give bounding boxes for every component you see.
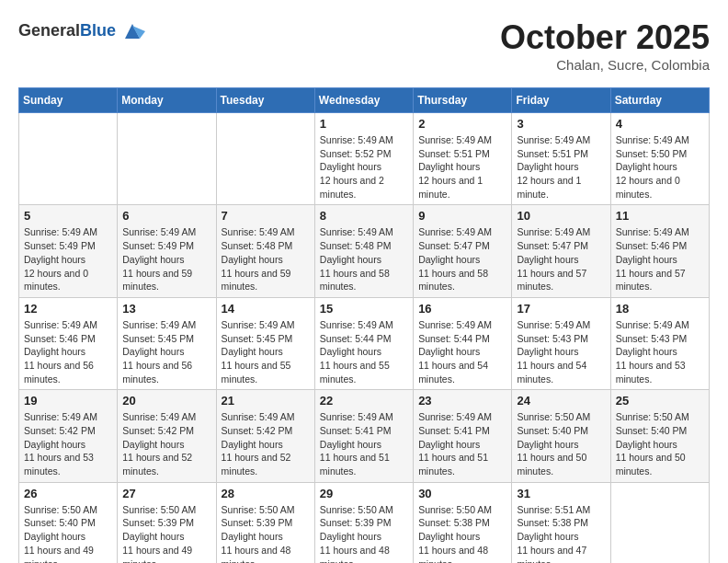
daylight-label: Daylight hours [320,254,381,265]
day-detail: Sunrise: 5:49 AMSunset: 5:46 PMDaylight … [24,318,112,385]
day-detail: Sunrise: 5:50 AMSunset: 5:38 PMDaylight … [418,503,506,563]
day-number: 19 [24,394,112,408]
calendar-cell: 21Sunrise: 5:49 AMSunset: 5:42 PMDayligh… [216,390,314,482]
daylight-label: Daylight hours [320,439,381,450]
daylight-label: Daylight hours [24,346,85,357]
day-number: 2 [418,117,506,131]
calendar-cell: 15Sunrise: 5:49 AMSunset: 5:44 PMDayligh… [314,297,413,389]
day-detail: Sunrise: 5:49 AMSunset: 5:42 PMDaylight … [222,410,310,477]
calendar-cell: 6Sunrise: 5:49 AMSunset: 5:49 PMDaylight… [118,205,216,297]
daylight-label: Daylight hours [517,161,578,172]
daylight-label: Daylight hours [122,346,184,357]
day-detail: Sunrise: 5:49 AMSunset: 5:49 PMDaylight … [24,225,112,293]
day-number: 14 [222,302,310,316]
daylight-label: Daylight hours [418,346,480,357]
logo-general: General [18,21,80,40]
column-header-monday: Monday [118,88,216,113]
daylight-label: Daylight hours [122,531,184,542]
day-detail: Sunrise: 5:49 AMSunset: 5:48 PMDaylight … [222,225,310,293]
day-number: 29 [320,487,408,500]
day-number: 13 [122,302,210,316]
daylight-label: Daylight hours [320,346,381,357]
day-detail: Sunrise: 5:49 AMSunset: 5:46 PMDaylight … [616,225,704,293]
day-detail: Sunrise: 5:49 AMSunset: 5:49 PMDaylight … [122,225,210,293]
month-title: October 2025 [500,18,710,57]
daylight-label: Daylight hours [222,531,283,542]
day-number: 9 [418,209,506,223]
daylight-label: Daylight hours [24,531,85,542]
calendar-cell: 24Sunrise: 5:50 AMSunset: 5:40 PMDayligh… [512,390,610,482]
day-detail: Sunrise: 5:50 AMSunset: 5:40 PMDaylight … [24,503,112,563]
day-number: 26 [24,487,112,500]
title-block: October 2025 Chalan, Sucre, Colombia [500,18,710,73]
daylight-label: Daylight hours [616,346,677,357]
day-number: 28 [222,487,310,500]
daylight-label: Daylight hours [24,254,85,265]
calendar-cell: 30Sunrise: 5:50 AMSunset: 5:38 PMDayligh… [414,482,512,563]
column-header-wednesday: Wednesday [314,88,413,113]
day-number: 21 [222,394,310,408]
calendar-table: SundayMondayTuesdayWednesdayThursdayFrid… [18,87,710,563]
calendar-cell [118,113,216,205]
day-detail: Sunrise: 5:49 AMSunset: 5:52 PMDaylight … [320,133,408,201]
day-detail: Sunrise: 5:51 AMSunset: 5:38 PMDaylight … [517,503,605,563]
day-number: 24 [517,394,605,408]
day-number: 20 [122,394,210,408]
calendar-cell: 14Sunrise: 5:49 AMSunset: 5:45 PMDayligh… [216,297,314,389]
calendar-week-2: 5Sunrise: 5:49 AMSunset: 5:49 PMDaylight… [19,205,710,297]
calendar-cell: 22Sunrise: 5:49 AMSunset: 5:41 PMDayligh… [314,390,413,482]
calendar-header-row: SundayMondayTuesdayWednesdayThursdayFrid… [19,88,710,113]
calendar-week-4: 19Sunrise: 5:49 AMSunset: 5:42 PMDayligh… [19,390,710,482]
day-detail: Sunrise: 5:50 AMSunset: 5:39 PMDaylight … [222,503,310,563]
daylight-label: Daylight hours [418,439,480,450]
calendar-cell [216,113,314,205]
day-number: 27 [122,487,210,500]
daylight-label: Daylight hours [517,254,578,265]
location: Chalan, Sucre, Colombia [500,57,710,73]
logo: GeneralBlue [18,18,145,44]
logo-blue: Blue [80,21,116,40]
day-detail: Sunrise: 5:49 AMSunset: 5:43 PMDaylight … [616,318,704,385]
day-detail: Sunrise: 5:49 AMSunset: 5:47 PMDaylight … [418,225,506,293]
logo-icon [119,18,145,44]
calendar-cell: 10Sunrise: 5:49 AMSunset: 5:47 PMDayligh… [512,205,610,297]
daylight-label: Daylight hours [320,531,381,542]
page-header: GeneralBlue October 2025 Chalan, Sucre, … [18,18,710,73]
day-detail: Sunrise: 5:49 AMSunset: 5:41 PMDaylight … [320,410,408,477]
day-detail: Sunrise: 5:49 AMSunset: 5:42 PMDaylight … [122,410,210,477]
calendar-cell: 11Sunrise: 5:49 AMSunset: 5:46 PMDayligh… [610,205,709,297]
day-number: 18 [616,302,704,316]
day-number: 25 [616,394,704,408]
daylight-label: Daylight hours [616,439,677,450]
column-header-saturday: Saturday [610,88,709,113]
daylight-label: Daylight hours [418,531,480,542]
calendar-cell: 23Sunrise: 5:49 AMSunset: 5:41 PMDayligh… [414,390,512,482]
calendar-cell: 7Sunrise: 5:49 AMSunset: 5:48 PMDaylight… [216,205,314,297]
day-number: 7 [222,209,310,223]
calendar-cell [610,482,709,563]
day-number: 3 [517,117,605,131]
calendar-cell [19,113,118,205]
day-number: 31 [517,487,605,500]
column-header-friday: Friday [512,88,610,113]
calendar-cell: 2Sunrise: 5:49 AMSunset: 5:51 PMDaylight… [414,113,512,205]
day-number: 17 [517,302,605,316]
day-number: 8 [320,209,408,223]
day-number: 1 [320,117,408,131]
daylight-label: Daylight hours [222,346,283,357]
daylight-label: Daylight hours [122,254,184,265]
daylight-label: Daylight hours [122,439,184,450]
column-header-sunday: Sunday [19,88,118,113]
daylight-label: Daylight hours [418,161,480,172]
day-number: 11 [616,209,704,223]
day-number: 4 [616,117,704,131]
day-number: 15 [320,302,408,316]
calendar-cell: 8Sunrise: 5:49 AMSunset: 5:48 PMDaylight… [314,205,413,297]
calendar-cell: 29Sunrise: 5:50 AMSunset: 5:39 PMDayligh… [314,482,413,563]
daylight-label: Daylight hours [418,254,480,265]
calendar-cell: 12Sunrise: 5:49 AMSunset: 5:46 PMDayligh… [19,297,118,389]
day-number: 23 [418,394,506,408]
day-number: 30 [418,487,506,500]
calendar-cell: 20Sunrise: 5:49 AMSunset: 5:42 PMDayligh… [118,390,216,482]
daylight-label: Daylight hours [517,439,578,450]
